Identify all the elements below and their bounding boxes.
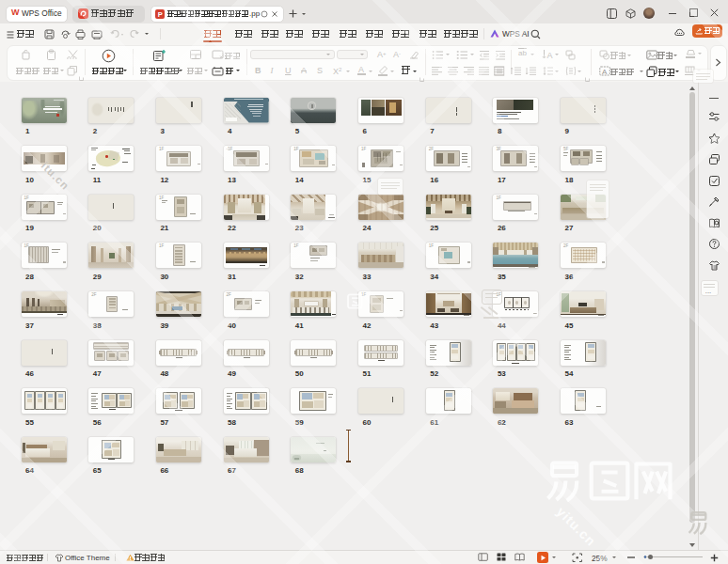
svg-text:A: A <box>547 50 553 59</box>
svg-text:A: A <box>602 68 608 76</box>
